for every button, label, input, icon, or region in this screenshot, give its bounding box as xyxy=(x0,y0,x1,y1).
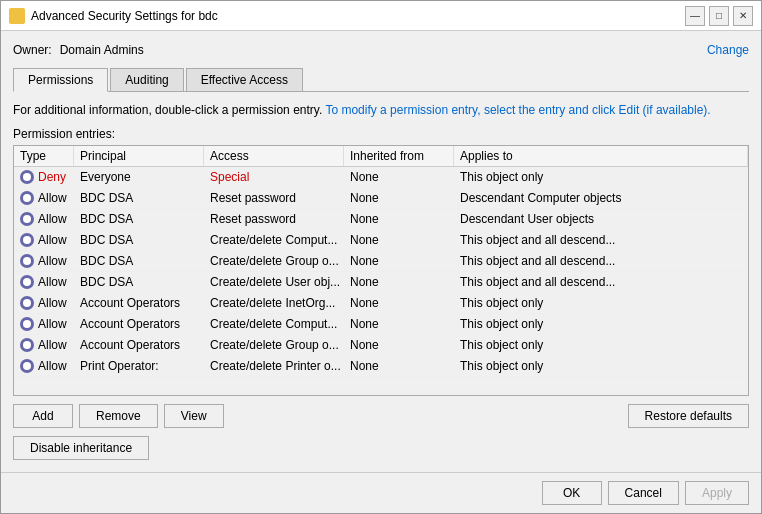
cancel-button[interactable]: Cancel xyxy=(608,481,679,505)
table-row[interactable]: AllowPrint Operator:Create/delete Printe… xyxy=(14,356,748,377)
window-title: Advanced Security Settings for bdc xyxy=(31,9,685,23)
cell-inherited-from: None xyxy=(344,209,454,229)
tab-auditing[interactable]: Auditing xyxy=(110,68,183,92)
cell-principal: Print Operator: xyxy=(74,356,204,376)
cell-access: Create/delete InetOrg... xyxy=(204,293,344,313)
table-row[interactable]: AllowBDC DSAReset passwordNoneDescendant… xyxy=(14,209,748,230)
disable-inheritance-button[interactable]: Disable inheritance xyxy=(13,436,149,460)
ok-button[interactable]: OK xyxy=(542,481,602,505)
cell-applies-to: This object and all descend... xyxy=(454,230,748,250)
col-principal: Principal xyxy=(74,146,204,166)
table-row[interactable]: DenyEveryoneSpecialNoneThis object only xyxy=(14,167,748,188)
content-area: Owner: Domain Admins Change Permissions … xyxy=(1,31,761,472)
cell-applies-to: This object and all descend... xyxy=(454,272,748,292)
permission-entries-label: Permission entries: xyxy=(13,127,749,141)
cell-access: Create/delete User obj... xyxy=(204,272,344,292)
cell-applies-to: This object only xyxy=(454,167,748,187)
col-type: Type xyxy=(14,146,74,166)
cell-type: Allow xyxy=(14,335,74,355)
cell-access: Reset password xyxy=(204,209,344,229)
tab-bar: Permissions Auditing Effective Access xyxy=(13,67,749,92)
info-text: For additional information, double-click… xyxy=(13,102,749,119)
cell-inherited-from: None xyxy=(344,272,454,292)
table-row[interactable]: AllowBDC DSACreate/delete Comput...NoneT… xyxy=(14,230,748,251)
cell-applies-to: This object only xyxy=(454,293,748,313)
cell-inherited-from: None xyxy=(344,167,454,187)
cell-type: Allow xyxy=(14,293,74,313)
cell-principal: Account Operators xyxy=(74,293,204,313)
cell-access: Create/delete Printer o... xyxy=(204,356,344,376)
cell-type: Allow xyxy=(14,251,74,271)
table-row[interactable]: AllowAccount OperatorsCreate/delete Inet… xyxy=(14,293,748,314)
cell-applies-to: Descendant User objects xyxy=(454,209,748,229)
cell-access: Reset password xyxy=(204,188,344,208)
window-icon xyxy=(9,8,25,24)
cell-principal: BDC DSA xyxy=(74,188,204,208)
cell-applies-to: Descendant Computer objects xyxy=(454,188,748,208)
cell-principal: BDC DSA xyxy=(74,251,204,271)
tab-effective-access[interactable]: Effective Access xyxy=(186,68,303,92)
table-row[interactable]: AllowBDC DSACreate/delete User obj...Non… xyxy=(14,272,748,293)
cell-applies-to: This object and all descend... xyxy=(454,251,748,271)
col-access: Access xyxy=(204,146,344,166)
minimize-button[interactable]: — xyxy=(685,6,705,26)
cell-type: Allow xyxy=(14,272,74,292)
col-inherited-from: Inherited from xyxy=(344,146,454,166)
cell-access: Create/delete Group o... xyxy=(204,251,344,271)
owner-change-link[interactable]: Change xyxy=(707,43,749,57)
cell-access: Create/delete Comput... xyxy=(204,230,344,250)
cell-inherited-from: None xyxy=(344,356,454,376)
cell-applies-to: This object only xyxy=(454,335,748,355)
col-applies-to: Applies to xyxy=(454,146,748,166)
cell-type: Allow xyxy=(14,356,74,376)
action-buttons: Add Remove View Restore defaults xyxy=(13,404,749,428)
table-header: Type Principal Access Inherited from App… xyxy=(14,146,748,167)
cell-applies-to: This object only xyxy=(454,314,748,334)
cell-applies-to: This object only xyxy=(454,356,748,376)
owner-label: Owner: xyxy=(13,43,52,57)
table-body: DenyEveryoneSpecialNoneThis object onlyA… xyxy=(14,167,748,395)
footer-buttons: OK Cancel Apply xyxy=(1,472,761,513)
cell-type: Allow xyxy=(14,230,74,250)
title-controls: — □ ✕ xyxy=(685,6,753,26)
cell-principal: Everyone xyxy=(74,167,204,187)
cell-access: Create/delete Comput... xyxy=(204,314,344,334)
cell-type: Allow xyxy=(14,314,74,334)
apply-button[interactable]: Apply xyxy=(685,481,749,505)
cell-inherited-from: None xyxy=(344,335,454,355)
table-row[interactable]: AllowAccount OperatorsCreate/delete Comp… xyxy=(14,314,748,335)
owner-value: Domain Admins xyxy=(60,43,144,57)
owner-row: Owner: Domain Admins Change xyxy=(13,43,749,57)
title-bar: Advanced Security Settings for bdc — □ ✕ xyxy=(1,1,761,31)
cell-principal: Account Operators xyxy=(74,335,204,355)
view-button[interactable]: View xyxy=(164,404,224,428)
close-button[interactable]: ✕ xyxy=(733,6,753,26)
table-row[interactable]: AllowBDC DSACreate/delete Group o...None… xyxy=(14,251,748,272)
cell-access: Special xyxy=(204,167,344,187)
table-row[interactable]: AllowBDC DSAReset passwordNoneDescendant… xyxy=(14,188,748,209)
restore-defaults-button[interactable]: Restore defaults xyxy=(628,404,749,428)
permissions-table: Type Principal Access Inherited from App… xyxy=(13,145,749,396)
cell-inherited-from: None xyxy=(344,188,454,208)
maximize-button[interactable]: □ xyxy=(709,6,729,26)
cell-type: Deny xyxy=(14,167,74,187)
cell-type: Allow xyxy=(14,188,74,208)
cell-principal: BDC DSA xyxy=(74,209,204,229)
main-window: Advanced Security Settings for bdc — □ ✕… xyxy=(0,0,762,514)
cell-inherited-from: None xyxy=(344,293,454,313)
tab-permissions[interactable]: Permissions xyxy=(13,68,108,92)
cell-principal: BDC DSA xyxy=(74,272,204,292)
table-row[interactable]: AllowAccount OperatorsCreate/delete Grou… xyxy=(14,335,748,356)
cell-inherited-from: None xyxy=(344,251,454,271)
cell-inherited-from: None xyxy=(344,230,454,250)
cell-principal: Account Operators xyxy=(74,314,204,334)
cell-principal: BDC DSA xyxy=(74,230,204,250)
cell-access: Create/delete Group o... xyxy=(204,335,344,355)
add-button[interactable]: Add xyxy=(13,404,73,428)
cell-inherited-from: None xyxy=(344,314,454,334)
cell-type: Allow xyxy=(14,209,74,229)
disable-inheritance-row: Disable inheritance xyxy=(13,436,749,460)
remove-button[interactable]: Remove xyxy=(79,404,158,428)
